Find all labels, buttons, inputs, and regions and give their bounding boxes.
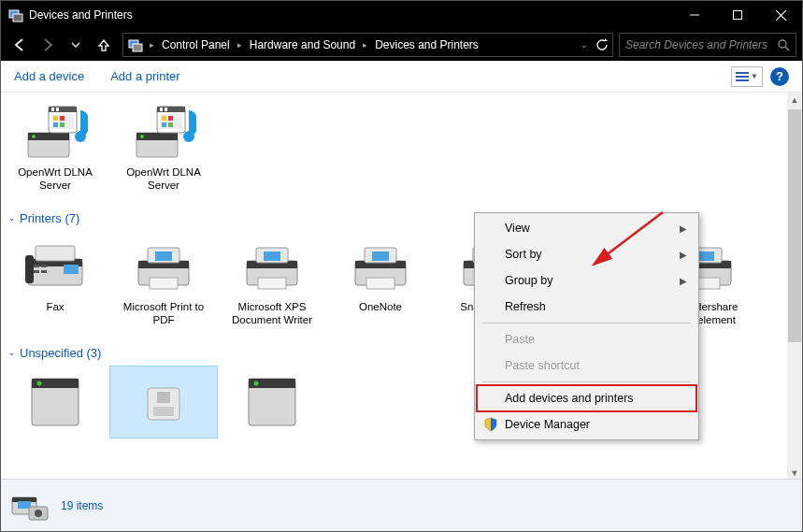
- svg-rect-19: [60, 116, 65, 121]
- svg-rect-42: [64, 265, 79, 274]
- submenu-arrow-icon: ▶: [680, 250, 687, 260]
- chevron-right-icon[interactable]: ▸: [148, 40, 156, 50]
- refresh-button[interactable]: [595, 38, 609, 51]
- search-input[interactable]: Search Devices and Printers: [619, 33, 796, 57]
- svg-point-38: [183, 131, 194, 142]
- device-item[interactable]: OpenWrt DLNA Server: [109, 96, 218, 196]
- forward-button[interactable]: [35, 32, 61, 58]
- collapse-icon: ⌄: [8, 348, 16, 357]
- recent-locations-button[interactable]: [63, 32, 89, 58]
- svg-point-25: [75, 131, 86, 142]
- svg-rect-24: [56, 108, 59, 111]
- add-printer-link[interactable]: Add a printer: [110, 69, 179, 83]
- breadcrumb-control-panel[interactable]: Control Panel: [160, 38, 232, 51]
- svg-point-8: [779, 40, 786, 48]
- group-header-label: Printers (7): [20, 211, 79, 225]
- item-label: Microsoft XPS Document Writer: [222, 300, 323, 327]
- generic-device-icon: [131, 370, 196, 434]
- context-menu-group-by[interactable]: Group by▶: [477, 267, 696, 294]
- context-menu-paste: Paste: [477, 326, 696, 352]
- svg-rect-23: [51, 108, 54, 111]
- printer-item[interactable]: OneNote: [326, 231, 435, 331]
- help-button[interactable]: ?: [770, 67, 789, 86]
- svg-rect-46: [41, 270, 47, 273]
- add-device-link[interactable]: Add a device: [14, 69, 84, 83]
- location-icon: [127, 36, 144, 53]
- group-header-label: Unspecified (3): [20, 346, 101, 360]
- window-icon: [8, 7, 23, 22]
- svg-rect-33: [162, 122, 166, 127]
- vertical-scrollbar[interactable]: ▲ ▼: [787, 93, 802, 481]
- shield-icon: [482, 416, 499, 433]
- scroll-thumb[interactable]: [788, 109, 801, 342]
- chevron-right-icon[interactable]: ▸: [361, 40, 369, 50]
- context-menu-device-manager[interactable]: Device Manager: [477, 411, 696, 438]
- submenu-arrow-icon: ▶: [680, 276, 687, 286]
- svg-rect-82: [153, 407, 174, 416]
- svg-rect-21: [60, 122, 65, 127]
- printer-item-fax[interactable]: Fax: [1, 231, 109, 331]
- device-item[interactable]: [1, 366, 109, 439]
- svg-rect-36: [160, 108, 163, 111]
- svg-rect-18: [53, 116, 58, 121]
- svg-rect-83: [157, 392, 170, 403]
- address-bar[interactable]: ▸ Control Panel ▸ Hardware and Sound ▸ D…: [122, 33, 613, 57]
- view-options-button[interactable]: ▼: [731, 66, 763, 87]
- svg-rect-52: [150, 278, 178, 289]
- up-button[interactable]: [91, 32, 117, 58]
- breadcrumb-hardware-sound[interactable]: Hardware and Sound: [248, 38, 357, 51]
- generic-device-icon: [239, 369, 305, 433]
- item-label: OneNote: [359, 300, 402, 313]
- svg-point-92: [35, 510, 42, 517]
- printer-icon: [131, 235, 196, 298]
- context-menu-view[interactable]: View▶: [477, 215, 696, 241]
- printer-icon: [348, 235, 413, 298]
- close-button[interactable]: [759, 1, 802, 29]
- svg-rect-45: [34, 270, 39, 273]
- item-label: Fax: [46, 300, 64, 313]
- svg-rect-10: [736, 72, 749, 74]
- svg-rect-20: [53, 122, 58, 127]
- generic-device-icon: [22, 369, 88, 433]
- search-icon: [777, 38, 790, 51]
- dlna-server-icon: [131, 100, 196, 164]
- svg-rect-34: [168, 122, 173, 127]
- svg-rect-41: [36, 246, 75, 261]
- status-bar: 19 items: [1, 479, 802, 531]
- scroll-up-button[interactable]: ▲: [787, 93, 802, 108]
- printer-item[interactable]: Microsoft Print to PDF: [109, 231, 218, 331]
- chevron-right-icon[interactable]: ▸: [236, 40, 244, 50]
- fax-icon: [22, 235, 88, 298]
- search-placeholder: Search Devices and Printers: [625, 38, 767, 51]
- svg-point-15: [32, 135, 36, 138]
- svg-rect-31: [162, 116, 166, 121]
- breadcrumb-devices-printers[interactable]: Devices and Printers: [373, 38, 480, 51]
- menu-separator: [482, 323, 691, 324]
- printer-icon: [239, 235, 305, 298]
- printer-item[interactable]: Microsoft XPS Document Writer: [218, 231, 326, 331]
- svg-rect-44: [41, 265, 47, 267]
- item-label: Microsoft Print to PDF: [113, 300, 214, 327]
- svg-rect-62: [366, 278, 394, 289]
- svg-point-86: [254, 381, 259, 385]
- device-item[interactable]: [218, 366, 326, 439]
- back-button[interactable]: [7, 32, 33, 58]
- svg-rect-43: [34, 265, 39, 267]
- svg-rect-7: [133, 44, 142, 51]
- context-menu-add-devices-printers[interactable]: Add devices and printers: [477, 385, 696, 411]
- svg-rect-57: [258, 278, 286, 289]
- context-menu-paste-shortcut: Paste shortcut: [477, 352, 696, 379]
- device-item[interactable]: OpenWrt DLNA Server: [1, 96, 109, 196]
- address-dropdown-button[interactable]: ⌄: [579, 40, 590, 50]
- submenu-arrow-icon: ▶: [680, 223, 687, 234]
- svg-rect-76: [697, 252, 714, 261]
- maximize-button[interactable]: [716, 1, 759, 29]
- svg-rect-47: [25, 255, 34, 283]
- context-menu-sort-by[interactable]: Sort by▶: [477, 241, 696, 267]
- context-menu-refresh[interactable]: Refresh: [477, 294, 696, 320]
- dlna-server-icon: [22, 100, 88, 164]
- minimize-button[interactable]: [673, 1, 716, 29]
- svg-rect-32: [168, 116, 173, 121]
- device-item[interactable]: [109, 366, 218, 439]
- item-label: OpenWrt DLNA Server: [113, 165, 214, 193]
